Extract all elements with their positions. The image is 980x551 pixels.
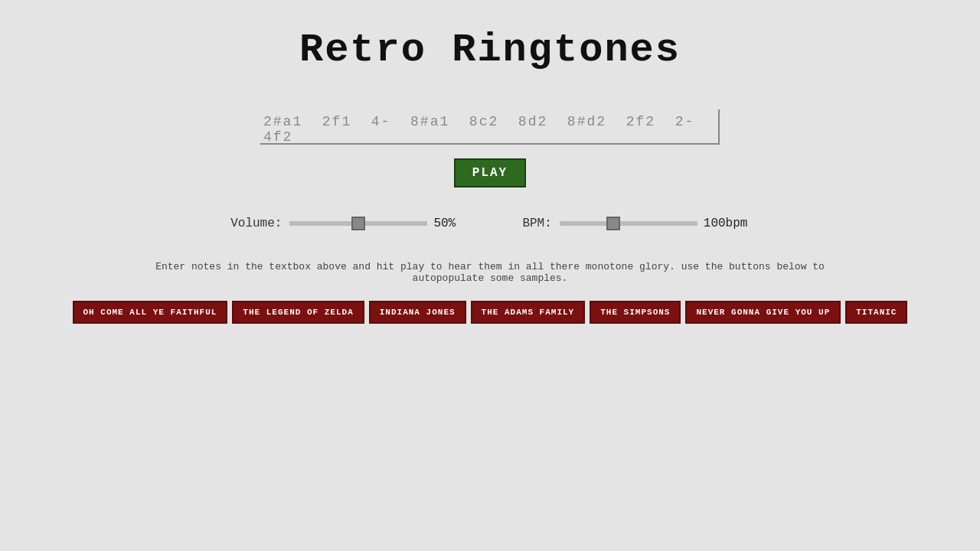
bpm-slider-container: 100bpm [560,217,750,230]
sample-btn-never-gonna-give-you-up[interactable]: NEVER GONNA GIVE YOU UP [685,301,841,324]
volume-slider[interactable] [289,221,427,226]
sample-btn-the-adams-family[interactable]: THE ADAMS FAMILY [471,301,586,324]
volume-value: 50% [433,217,479,230]
sample-btn-oh-come-all-ye-faithful[interactable]: OH COME ALL YE FAITHFUL [73,301,228,324]
play-button[interactable]: PLAY [454,158,526,187]
sample-btn-the-simpsons[interactable]: THE SIMPSONS [590,301,681,324]
page-title: Retro Ringtones [299,28,681,73]
bpm-label: BPM: [522,217,551,230]
notes-input[interactable] [260,109,720,145]
instructions-text: Enter notes in the textbox above and hit… [138,261,842,284]
bpm-value: 100bpm [704,217,750,230]
controls-row: Volume: 50% BPM: 100bpm [230,217,750,230]
sample-buttons-container: OH COME ALL YE FAITHFULTHE LEGEND OF ZEL… [73,301,908,324]
sample-btn-titanic[interactable]: TITANIC [845,301,907,324]
sample-btn-the-legend-of-zelda[interactable]: THE LEGEND OF ZELDA [232,301,364,324]
bpm-slider[interactable] [560,221,697,226]
volume-slider-container: 50% [289,217,479,230]
volume-label: Volume: [230,217,282,230]
sample-btn-indiana-jones[interactable]: INDIANA JONES [369,301,466,324]
